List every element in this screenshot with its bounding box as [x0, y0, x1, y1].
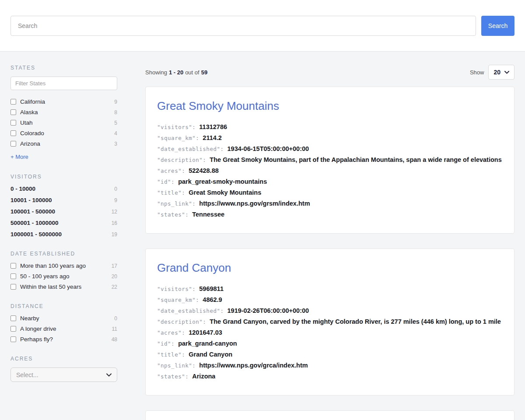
- search-header: Search: [0, 0, 525, 52]
- hit-field-row: "description":The Great Smoky Mountains,…: [157, 154, 503, 165]
- visitors-range-row[interactable]: 100001 - 500000 12: [10, 208, 117, 215]
- facet-label: Utah: [20, 119, 33, 126]
- stats-prefix: Showing: [145, 69, 167, 76]
- hit-field-key: "square_km":: [157, 295, 199, 305]
- facet-label: 10001 - 100000: [10, 197, 52, 203]
- hit-field-row: "description":The Grand Canyon, carved b…: [157, 316, 503, 327]
- hit-field-row: "acres":1201647.03: [157, 327, 503, 338]
- search-input[interactable]: [10, 16, 476, 36]
- distance-filter-row[interactable]: A longer drive 11: [10, 326, 117, 332]
- chevron-down-icon: [106, 373, 112, 377]
- checkbox[interactable]: [10, 109, 16, 115]
- facet-count: 8: [114, 109, 117, 116]
- state-filter-row[interactable]: Colorado 4: [10, 130, 117, 136]
- hit-field-key: "id":: [157, 177, 175, 187]
- facet-states-title: STATES: [10, 65, 117, 71]
- facet-count: 9: [114, 99, 117, 105]
- checkbox[interactable]: [10, 336, 16, 342]
- facet-visitors: VISITORS 0 - 10000 0 10001 - 100000 9 10…: [10, 174, 117, 238]
- filter-states-input[interactable]: [10, 77, 117, 90]
- stats-total: 59: [201, 69, 207, 76]
- facet-count: 0: [114, 315, 117, 322]
- hit-title[interactable]: Grand Canyon: [157, 261, 503, 275]
- facet-count: 5: [114, 120, 117, 126]
- facet-count: 48: [112, 336, 117, 343]
- hit-field-key: "title":: [157, 350, 185, 360]
- hit-field-value: 1934-06-15T05:00:00+00:00: [228, 144, 309, 154]
- facet-label: More than 100 years ago: [20, 262, 86, 269]
- checkbox[interactable]: [10, 315, 16, 321]
- hit-field-key: "acres":: [157, 166, 185, 176]
- hit-field-row: "date_established":1919-02-26T06:00:00+0…: [157, 305, 503, 316]
- state-filter-row[interactable]: Arizona 3: [10, 140, 117, 147]
- checkbox[interactable]: [10, 326, 16, 332]
- hit-field-row: "date_established":1934-06-15T05:00:00+0…: [157, 144, 503, 154]
- date-filter-row[interactable]: Within the last 50 years 22: [10, 284, 117, 290]
- date-filter-row[interactable]: More than 100 years ago 17: [10, 262, 117, 269]
- checkbox[interactable]: [10, 263, 16, 269]
- visitors-range-row[interactable]: 10001 - 100000 9: [10, 197, 117, 203]
- hit-field-row: "square_km":2114.2: [157, 133, 503, 144]
- checkbox[interactable]: [10, 130, 16, 136]
- hits-per-page-group: Show 20: [470, 65, 514, 80]
- facet-label: 100001 - 500000: [10, 208, 55, 215]
- hit-field-key: "visitors":: [157, 122, 196, 133]
- visitors-range-row[interactable]: 0 - 10000 0: [10, 186, 117, 192]
- hit-field-value: The Great Smoky Mountains, part of the A…: [210, 154, 501, 165]
- filters-sidebar: STATES California 9 Alaska 8 Utah 5 Colo…: [10, 65, 117, 420]
- date-filter-row[interactable]: 50 - 100 years ago 20: [10, 273, 117, 280]
- hit-field-value: 1919-02-26T06:00:00+00:00: [228, 305, 309, 316]
- results-stats: Showing 1 - 20 out of 59: [145, 69, 207, 76]
- hit-title[interactable]: Great Smoky Mountains: [157, 99, 503, 113]
- hit-field-key: "states":: [157, 371, 189, 382]
- checkbox[interactable]: [10, 99, 16, 105]
- visitors-range-row[interactable]: 1000001 - 5000000 19: [10, 231, 117, 238]
- hit-field-row: "nps_link":https://www.nps.gov/grca/inde…: [157, 360, 503, 371]
- checkbox[interactable]: [10, 141, 16, 147]
- search-button[interactable]: Search: [481, 16, 514, 36]
- hit-field-key: "date_established":: [157, 144, 224, 154]
- facet-count: 9: [114, 197, 117, 203]
- results-bar: Showing 1 - 20 out of 59 Show 20: [145, 65, 514, 80]
- hits-per-page-select[interactable]: 20: [488, 65, 514, 80]
- distance-filter-row[interactable]: Perhaps fly? 48: [10, 336, 117, 343]
- results-main: Showing 1 - 20 out of 59 Show 20 Great S…: [145, 65, 514, 420]
- show-more-link[interactable]: + More: [10, 154, 28, 160]
- hit-field-value: https://www.nps.gov/grca/index.htm: [199, 360, 308, 371]
- facet-visitors-title: VISITORS: [10, 174, 117, 180]
- state-filter-row[interactable]: California 9: [10, 98, 117, 105]
- stats-range: 1 - 20: [169, 69, 183, 76]
- hit-field-row: "acres":522428.88: [157, 165, 503, 176]
- hit-field-value: Arizona: [192, 371, 215, 382]
- facet-count: 16: [112, 220, 117, 226]
- facet-date-title: DATE ESTABLISHED: [10, 251, 117, 257]
- hit-field-key: "id":: [157, 339, 175, 349]
- hit-field-value: 1201647.03: [189, 327, 222, 338]
- visitors-range-row[interactable]: 500001 - 1000000 16: [10, 220, 117, 226]
- facet-count: 11: [112, 326, 117, 332]
- hit-card: [145, 410, 514, 420]
- acres-select[interactable]: Select...: [10, 368, 117, 382]
- facet-acres: ACRES Select...: [10, 356, 117, 382]
- facet-states: STATES California 9 Alaska 8 Utah 5 Colo…: [10, 65, 117, 161]
- facet-label: Nearby: [20, 315, 39, 322]
- facet-count: 20: [112, 273, 117, 280]
- checkbox[interactable]: [10, 273, 16, 279]
- facet-label: Perhaps fly?: [20, 336, 53, 343]
- hit-field-value: Tennessee: [192, 209, 224, 220]
- distance-filter-row[interactable]: Nearby 0: [10, 315, 117, 322]
- facet-label: Arizona: [20, 140, 40, 147]
- state-filter-row[interactable]: Utah 5: [10, 119, 117, 126]
- hit-field-value: 5969811: [199, 284, 224, 294]
- checkbox[interactable]: [10, 284, 16, 290]
- hit-field-row: "nps_link":https://www.nps.gov/grsm/inde…: [157, 198, 503, 209]
- acres-select-value: Select...: [16, 371, 38, 378]
- hit-field-value: Great Smoky Mountains: [189, 187, 261, 198]
- facet-distance: DISTANCE Nearby 0 A longer drive 11 Perh…: [10, 303, 117, 343]
- hit-field-value: https://www.nps.gov/grsm/index.htm: [199, 198, 310, 209]
- checkbox[interactable]: [10, 120, 16, 126]
- hit-field-key: "visitors":: [157, 284, 196, 294]
- facet-label: 0 - 10000: [10, 186, 35, 192]
- state-filter-row[interactable]: Alaska 8: [10, 109, 117, 116]
- hit-field-key: "nps_link":: [157, 360, 196, 371]
